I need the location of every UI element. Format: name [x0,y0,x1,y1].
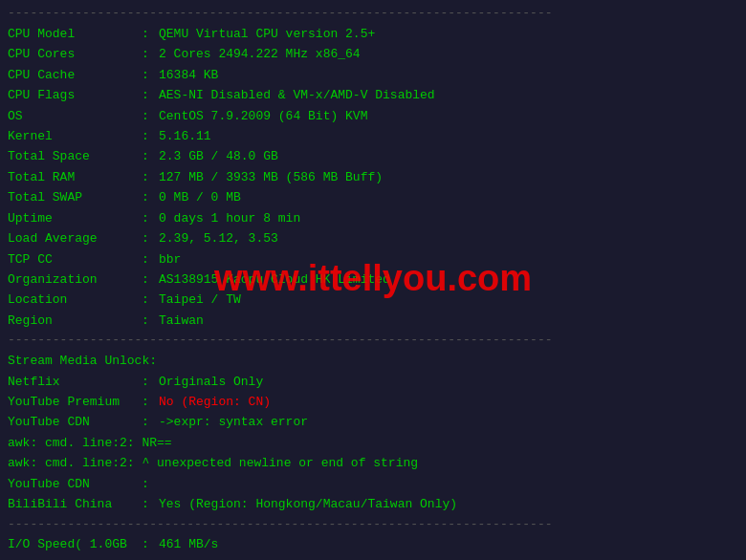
row-colon: : [142,228,159,248]
table-row: Region: Taiwan [8,311,738,331]
table-row: YouTube CDN: [8,474,738,494]
row-label: BiliBili China [8,494,142,514]
row-colon: : [142,44,159,64]
row-colon: : [142,290,159,310]
row-label: Load Average [8,228,142,248]
row-value: ->expr: syntax error [159,412,738,432]
table-row: BiliBili China: Yes (Region: Hongkong/Ma… [8,494,738,514]
row-label: OS [8,106,142,126]
divider-io: ----------------------------------------… [8,515,738,535]
row-label: CPU Flags [8,85,142,105]
row-label: CPU Model [8,24,142,44]
row-value: 2.39, 5.12, 3.53 [159,228,738,248]
row-label: TCP CC [8,249,142,269]
row-value: 127 MB / 3933 MB (586 MB Buff) [159,167,738,187]
table-row: Netflix: Originals Only [8,372,738,392]
row-colon: : [142,187,159,207]
divider-top: ----------------------------------------… [8,4,738,24]
row-label: YouTube Premium [8,392,142,412]
table-row: I/O Speed( 1.0GB ): 461 MB/s [8,534,738,560]
row-colon: : [142,167,159,187]
row-label: CPU Cache [8,65,142,85]
row-label: Uptime [8,208,142,228]
row-value: 461 MB/s [159,534,738,560]
row-label: Region [8,311,142,331]
row-label: Location [8,290,142,310]
io-section: I/O Speed( 1.0GB ): 461 MB/sI/O Speed( 1… [8,534,738,560]
row-value: 2.3 GB / 48.0 GB [159,146,738,166]
row-label: YouTube CDN [8,474,142,494]
row-colon: : [142,85,159,105]
row-colon: : [142,208,159,228]
table-row: Location: Taipei / TW [8,290,738,310]
system-info-section: CPU Model: QEMU Virtual CPU version 2.5+… [8,24,738,332]
media-rows: Netflix: Originals OnlyYouTube Premium: … [8,372,738,433]
awk-line-2: awk: cmd. line:2: ^ unexpected newline o… [8,453,738,473]
table-row: CPU Model: QEMU Virtual CPU version 2.5+ [8,24,738,44]
table-row: Organization: AS138915 Kaopu Cloud HK Li… [8,269,738,290]
row-value: Taipei / TW [159,290,738,310]
row-value: Taiwan [159,311,738,331]
table-row: Total RAM: 127 MB / 3933 MB (586 MB Buff… [8,167,738,187]
row-value: No (Region: CN) [159,392,738,412]
table-row: CPU Cache: 16384 KB [8,65,738,85]
row-colon: : [142,146,159,166]
row-value: 2 Cores 2494.222 MHz x86_64 [159,44,738,64]
row-colon: : [142,24,159,44]
row-value: 5.16.11 [159,126,738,146]
table-row: CPU Cores: 2 Cores 2494.222 MHz x86_64 [8,44,738,64]
table-row: Total Space: 2.3 GB / 48.0 GB [8,146,738,166]
row-colon: : [142,392,159,412]
row-colon: : [142,412,159,432]
row-colon: : [142,269,159,290]
row-label: YouTube CDN [8,412,142,432]
table-row: Uptime: 0 days 1 hour 8 min [8,208,738,228]
divider-media: ----------------------------------------… [8,331,738,351]
row-colon: : [142,494,159,514]
row-value: bbr [159,249,738,269]
row-colon: : [142,534,159,560]
row-colon: : [142,126,159,146]
row-label: Total SWAP [8,187,142,207]
row-colon: : [142,65,159,85]
row-label: I/O Speed( 1.0GB ) [8,534,142,560]
row-label: Total Space [8,146,142,166]
table-row: YouTube CDN: ->expr: syntax error [8,412,738,432]
row-label: Total RAM [8,167,142,187]
table-row: Kernel: 5.16.11 [8,126,738,146]
row-value: AES-NI Disabled & VM-x/AMD-V Disabled [159,85,738,105]
row-value: 0 days 1 hour 8 min [159,208,738,228]
row-label: Organization [8,269,142,290]
stream-media-section: Stream Media Unlock: Netflix: Originals … [8,351,738,515]
row-colon: : [142,474,159,494]
stream-media-header: Stream Media Unlock: [8,351,738,371]
row-value: 16384 KB [159,65,738,85]
table-row: OS: CentOS 7.9.2009 (64 Bit) KVM [8,106,738,126]
row-label: Kernel [8,126,142,146]
row-value: AS138915 Kaopu Cloud HK Limited [159,269,738,290]
table-row: Load Average: 2.39, 5.12, 3.53 [8,228,738,248]
table-row: TCP CC: bbr [8,249,738,269]
row-label: Netflix [8,372,142,392]
row-colon: : [142,249,159,269]
row-value: CentOS 7.9.2009 (64 Bit) KVM [159,106,738,126]
row-colon: : [142,372,159,392]
row-colon: : [142,106,159,126]
row-value: 0 MB / 0 MB [159,187,738,207]
row-value [159,474,738,494]
table-row: CPU Flags: AES-NI Disabled & VM-x/AMD-V … [8,85,738,105]
table-row: YouTube Premium: No (Region: CN) [8,392,738,412]
row-value: QEMU Virtual CPU version 2.5+ [159,24,738,44]
table-row: Total SWAP: 0 MB / 0 MB [8,187,738,207]
row-value: Yes (Region: Hongkong/Macau/Taiwan Only) [159,494,738,514]
terminal-output: ----------------------------------------… [8,4,738,560]
awk-line-1: awk: cmd. line:2: NR== [8,433,738,453]
row-colon: : [142,311,159,331]
row-label: CPU Cores [8,44,142,64]
row-value: Originals Only [159,372,738,392]
media-rows-2: YouTube CDN: BiliBili China: Yes (Region… [8,474,738,515]
